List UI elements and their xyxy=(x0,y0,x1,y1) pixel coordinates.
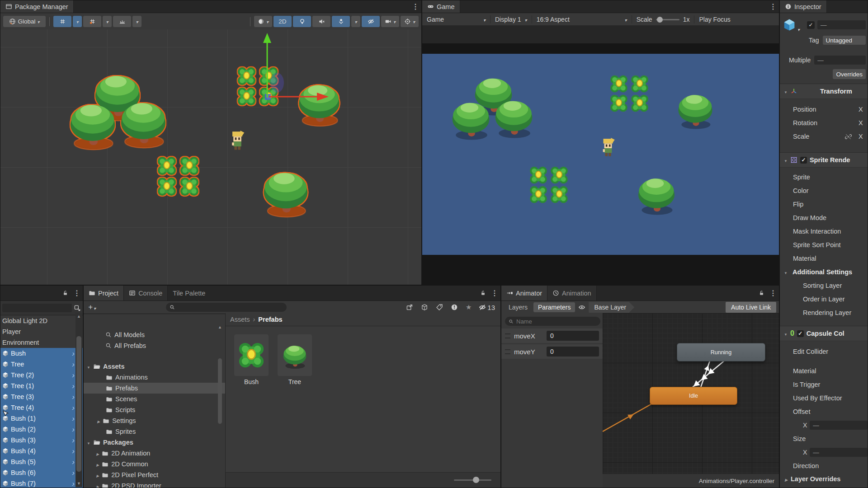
asset-tile-bush[interactable] xyxy=(234,334,269,376)
drag-handle-icon[interactable] xyxy=(505,333,510,338)
eye-icon[interactable] xyxy=(578,304,585,311)
base-layer-breadcrumb[interactable]: Base Layer xyxy=(589,302,634,313)
active-checkbox[interactable] xyxy=(807,21,815,29)
expand-chevron-icon[interactable] xyxy=(72,480,75,488)
rotation-row[interactable]: RotationX xyxy=(780,116,868,130)
expand-chevron-icon[interactable] xyxy=(72,361,75,368)
component-enabled-checkbox[interactable] xyxy=(800,157,807,164)
create-asset-button[interactable] xyxy=(86,303,98,312)
thumbnail-size-slider-thumb[interactable] xyxy=(473,477,479,483)
tree-item-settings[interactable]: Settings xyxy=(84,415,225,426)
hierarchy-item[interactable]: Bush (4) xyxy=(0,446,83,456)
breadcrumb-root[interactable]: Assets xyxy=(230,316,250,323)
hierarchy-item[interactable]: Environment xyxy=(0,337,83,348)
package-import-icon[interactable] xyxy=(421,304,428,311)
draw-mode-row[interactable]: Draw Mode xyxy=(780,211,868,225)
snap-increment-button[interactable] xyxy=(113,16,131,27)
project-tree-scrollbar[interactable]: ▲ ▼ xyxy=(217,331,223,485)
tree-item-scenes[interactable]: Scenes xyxy=(84,394,225,404)
foldout-open-icon[interactable] xyxy=(87,439,90,446)
foldout-closed-icon[interactable] xyxy=(96,471,99,479)
tab-inspector[interactable]: Inspector xyxy=(780,0,827,13)
mask-interaction-row[interactable]: Mask Interaction xyxy=(780,225,868,238)
snap-increment-dropdown[interactable] xyxy=(132,16,142,27)
position-row[interactable]: PositionX xyxy=(780,103,868,116)
foldout-closed-icon[interactable] xyxy=(97,417,100,424)
tree-item-assets[interactable]: Assets xyxy=(84,361,225,372)
scale-row[interactable]: Scale X xyxy=(780,130,868,143)
project-search-input[interactable] xyxy=(177,304,283,311)
offset-row[interactable]: Offset xyxy=(780,405,868,418)
alert-icon[interactable] xyxy=(451,304,458,311)
expand-chevron-icon[interactable] xyxy=(72,426,75,433)
sprite-sort-point-row[interactable]: Sprite Sort Point xyxy=(780,238,868,252)
parameters-tab[interactable]: Parameters xyxy=(533,302,575,312)
parameter-search-input[interactable] xyxy=(515,318,597,325)
name-field[interactable]: — xyxy=(817,20,866,29)
tag-dropdown[interactable]: Untagged xyxy=(823,36,866,45)
direction-row[interactable]: Direction xyxy=(780,459,868,473)
tab-scene[interactable]: Package Manager xyxy=(0,0,74,13)
tab-tile-palette[interactable]: Tile Palette xyxy=(168,286,210,300)
parameter-search-field[interactable] xyxy=(505,317,600,326)
grid-snap-button[interactable] xyxy=(53,16,71,27)
lock-icon[interactable] xyxy=(755,286,767,300)
hierarchy-item[interactable]: Tree xyxy=(0,359,83,370)
tree-item-all-prefabs[interactable]: All Prefabs xyxy=(84,340,225,351)
project-kebab-menu-icon[interactable] xyxy=(489,286,500,300)
hierarchy-item[interactable]: Bush (5) xyxy=(0,456,83,467)
picker-icon[interactable] xyxy=(74,305,81,312)
foldout-open-icon[interactable] xyxy=(784,88,788,95)
hierarchy-item[interactable]: Bush xyxy=(0,348,83,359)
state-node-idle[interactable]: Idle xyxy=(650,387,737,405)
tree-item-2d-pixel-perfect[interactable]: 2D Pixel Perfect xyxy=(84,469,225,480)
foldout-open-icon[interactable] xyxy=(784,156,788,164)
scroll-up-icon[interactable]: ▲ xyxy=(217,325,223,329)
tab-animation[interactable]: Animation xyxy=(547,286,596,300)
foldout-closed-icon[interactable] xyxy=(96,450,99,457)
auto-live-link-button[interactable]: Auto Live Link xyxy=(726,302,776,313)
global-pivot-dropdown[interactable]: Global xyxy=(3,16,46,27)
scene-player-sprite[interactable] xyxy=(229,131,245,151)
tree-item-sprites[interactable]: Sprites xyxy=(84,426,225,437)
animator-graph[interactable]: Running Idle Animations/Player.controlle… xyxy=(603,313,779,488)
shading-mode-button[interactable] xyxy=(254,16,272,27)
edit-collider-row[interactable]: Edit Collider xyxy=(780,345,868,358)
hierarchy-item[interactable]: Bush (3) xyxy=(0,435,83,446)
hierarchy-item[interactable]: Tree (1) xyxy=(0,380,83,391)
scene-bush-cluster-selected[interactable] xyxy=(236,66,280,107)
overrides-button[interactable]: Overrides xyxy=(833,69,866,79)
order-in-layer-row[interactable]: Order in Layer xyxy=(780,292,868,306)
scene-tree-right[interactable] xyxy=(295,76,343,127)
star-icon[interactable]: ★ xyxy=(466,303,472,311)
hierarchy-item[interactable]: Bush (1) xyxy=(0,413,83,424)
mode-2d-button[interactable]: 2D xyxy=(274,16,292,27)
drag-handle-icon[interactable] xyxy=(505,349,510,354)
expand-chevron-icon[interactable] xyxy=(72,404,75,412)
scene-gizmos-button[interactable] xyxy=(401,16,419,27)
foldout-closed-icon[interactable] xyxy=(96,460,99,468)
scrollbar-thumb[interactable] xyxy=(218,358,222,424)
capsule-collider-section-header[interactable]: 0 Capsule Col xyxy=(780,326,868,341)
expand-chevron-icon[interactable] xyxy=(72,447,75,455)
tag-icon[interactable] xyxy=(436,304,443,311)
size-row[interactable]: Size xyxy=(780,432,868,446)
aspect-dropdown[interactable]: 16:9 Aspect xyxy=(532,13,632,26)
parameter-row-movey[interactable]: moveY 0 xyxy=(501,344,603,359)
multiple-field[interactable]: — xyxy=(814,56,866,65)
flip-row[interactable]: Flip xyxy=(780,197,868,211)
hidden-count-badge[interactable]: 13 xyxy=(479,304,495,311)
sprite-renderer-section-header[interactable]: Sprite Rende xyxy=(780,152,868,168)
expand-chevron-icon[interactable] xyxy=(72,350,75,357)
is-trigger-row[interactable]: Is Trigger xyxy=(780,378,868,391)
tree-item-all-models[interactable]: All Models xyxy=(84,329,225,340)
parameter-value-field[interactable]: 0 xyxy=(547,331,599,341)
tree-item-2d-common[interactable]: 2D Common xyxy=(84,459,225,469)
scene-tree-bottom[interactable] xyxy=(259,164,312,217)
material-row[interactable]: Material xyxy=(780,252,868,265)
hierarchy-item[interactable]: Tree (2) xyxy=(0,370,83,380)
tree-item-2d-psd-importer[interactable]: 2D PSD Importer xyxy=(84,480,225,488)
sprite-row[interactable]: Sprite xyxy=(780,170,868,184)
tab-project[interactable]: Project xyxy=(84,286,124,300)
scene-visibility-button[interactable] xyxy=(362,16,380,27)
